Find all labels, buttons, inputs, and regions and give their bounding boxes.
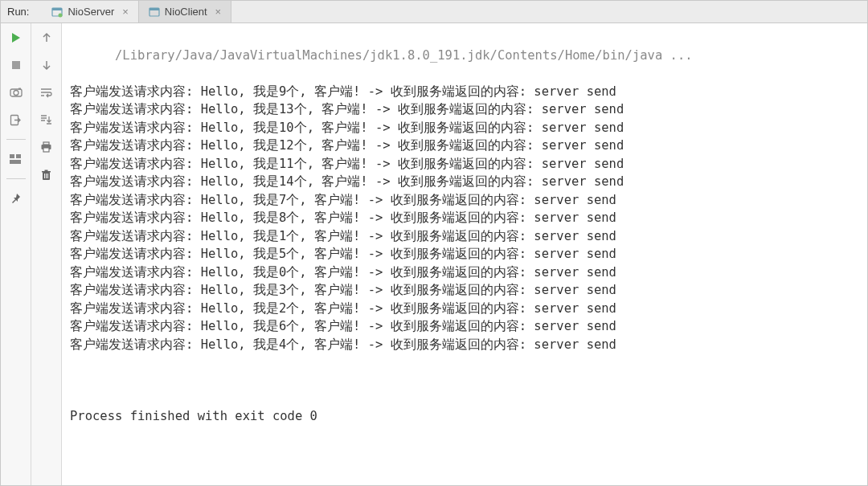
app-icon bbox=[149, 6, 160, 18]
run-body: /Library/Java/JavaVirtualMachines/jdk1.8… bbox=[1, 23, 867, 485]
console-line: 客户端发送请求内容: Hello, 我是9个, 客户端! -> 收到服务端返回的… bbox=[70, 83, 859, 101]
scroll-to-end-button[interactable] bbox=[37, 110, 56, 129]
console-command: /Library/Java/JavaVirtualMachines/jdk1.8… bbox=[115, 48, 693, 63]
svg-rect-9 bbox=[18, 88, 21, 90]
run-tabs: NioServer × NioClient × bbox=[42, 1, 231, 22]
svg-rect-1 bbox=[52, 8, 62, 10]
svg-rect-22 bbox=[47, 174, 48, 178]
console-line: 客户端发送请求内容: Hello, 我是10个, 客户端! -> 收到服务端返回… bbox=[70, 119, 859, 137]
soft-wrap-button[interactable] bbox=[37, 83, 56, 102]
tab-nioserver[interactable]: NioServer × bbox=[42, 1, 138, 22]
layout-button[interactable] bbox=[6, 149, 26, 169]
svg-rect-13 bbox=[10, 160, 21, 164]
exit-button[interactable] bbox=[6, 110, 26, 129]
svg-rect-11 bbox=[10, 154, 14, 158]
svg-rect-16 bbox=[43, 148, 49, 152]
console-line: 客户端发送请求内容: Hello, 我是7个, 客户端! -> 收到服务端返回的… bbox=[70, 191, 859, 210]
console-line: 客户端发送请求内容: Hello, 我是5个, 客户端! -> 收到服务端返回的… bbox=[70, 245, 859, 263]
previous-button[interactable] bbox=[37, 28, 56, 47]
rerun-button[interactable] bbox=[6, 28, 26, 47]
svg-rect-21 bbox=[46, 174, 47, 178]
separator bbox=[6, 178, 26, 179]
console-line: 客户端发送请求内容: Hello, 我是14个, 客户端! -> 收到服务端返回… bbox=[70, 173, 859, 191]
console-line: 客户端发送请求内容: Hello, 我是4个, 客户端! -> 收到服务端返回的… bbox=[70, 336, 859, 354]
print-button[interactable] bbox=[37, 137, 56, 157]
close-icon[interactable]: × bbox=[215, 6, 222, 18]
console-line: 客户端发送请求内容: Hello, 我是6个, 客户端! -> 收到服务端返回的… bbox=[70, 317, 859, 336]
console-exit-message: Process finished with exit code 0 bbox=[70, 407, 859, 426]
console-lines: 客户端发送请求内容: Hello, 我是9个, 客户端! -> 收到服务端返回的… bbox=[70, 83, 859, 354]
svg-rect-4 bbox=[149, 8, 159, 10]
console-line: 客户端发送请求内容: Hello, 我是3个, 客户端! -> 收到服务端返回的… bbox=[70, 281, 859, 300]
console-line: 客户端发送请求内容: Hello, 我是0个, 客户端! -> 收到服务端返回的… bbox=[70, 263, 859, 282]
toolbar-left bbox=[1, 23, 31, 485]
toolbar-right bbox=[31, 23, 62, 485]
console-line: 客户端发送请求内容: Hello, 我是8个, 客户端! -> 收到服务端返回的… bbox=[70, 209, 859, 227]
svg-marker-5 bbox=[12, 33, 20, 43]
run-top-bar: Run: NioServer × NioClient × bbox=[1, 1, 867, 23]
svg-rect-12 bbox=[16, 154, 21, 158]
tab-nioclient[interactable]: NioClient × bbox=[139, 1, 231, 22]
tab-label: NioClient bbox=[165, 6, 207, 18]
svg-rect-19 bbox=[42, 171, 51, 173]
svg-rect-6 bbox=[12, 61, 20, 69]
console-line: 客户端发送请求内容: Hello, 我是11个, 客户端! -> 收到服务端返回… bbox=[70, 155, 859, 174]
console-line: 客户端发送请求内容: Hello, 我是2个, 客户端! -> 收到服务端返回的… bbox=[70, 300, 859, 318]
run-tool-window: Run: NioServer × NioClient × bbox=[0, 0, 868, 486]
console-line: 客户端发送请求内容: Hello, 我是1个, 客户端! -> 收到服务端返回的… bbox=[70, 227, 859, 246]
tab-label: NioServer bbox=[68, 6, 114, 18]
svg-rect-14 bbox=[43, 142, 49, 145]
separator bbox=[6, 139, 26, 140]
svg-point-8 bbox=[14, 91, 18, 96]
console-output[interactable]: /Library/Java/JavaVirtualMachines/jdk1.8… bbox=[62, 23, 867, 485]
app-icon bbox=[51, 6, 63, 18]
pin-button[interactable] bbox=[6, 189, 26, 208]
svg-point-2 bbox=[59, 13, 63, 17]
stop-button[interactable] bbox=[6, 55, 26, 75]
dump-threads-button[interactable] bbox=[6, 83, 26, 102]
console-line: 客户端发送请求内容: Hello, 我是12个, 客户端! -> 收到服务端返回… bbox=[70, 137, 859, 155]
console-line: 客户端发送请求内容: Hello, 我是13个, 客户端! -> 收到服务端返回… bbox=[70, 100, 859, 119]
clear-all-button[interactable] bbox=[37, 165, 56, 184]
run-label: Run: bbox=[7, 6, 29, 18]
svg-rect-20 bbox=[44, 174, 45, 178]
close-icon[interactable]: × bbox=[122, 6, 129, 18]
next-button[interactable] bbox=[37, 55, 56, 75]
